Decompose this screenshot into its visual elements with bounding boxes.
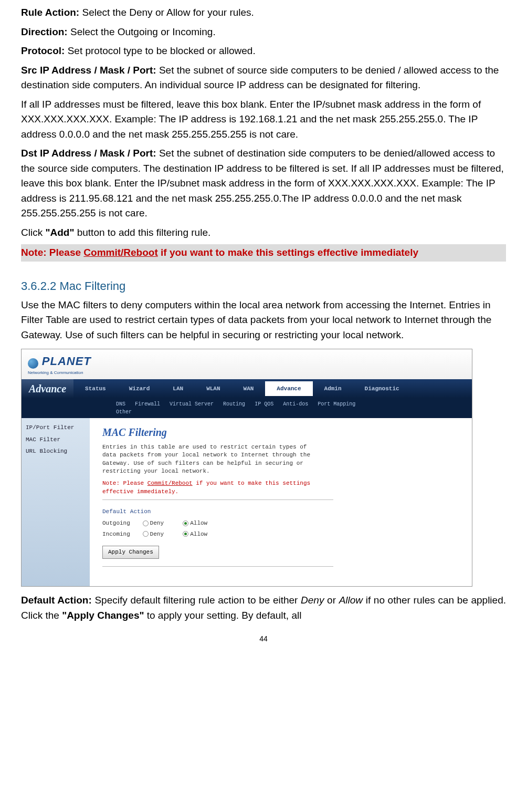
row-incoming: Incoming Deny Allow [102,530,459,539]
default-action-label: Default Action [102,507,459,516]
apply-changes-button[interactable]: Apply Changes [102,546,159,559]
subnav-port-mapping[interactable]: Port Mapping [318,401,355,407]
subnav-anti-dos[interactable]: Anti-dos [283,401,308,407]
nav-wlan[interactable]: WLAN [195,381,231,397]
add-post: button to add this filtering rule. [74,227,210,238]
subnav-ip-qos[interactable]: IP QOS [255,401,273,407]
para-protocol: Protocol: Set protocol type to be blocke… [21,44,506,59]
nav-title: Advance [22,379,73,399]
para-add: Click "Add" button to add this filtering… [21,225,506,241]
radio-out-allow[interactable] [183,520,188,526]
page-number: 44 [21,633,506,644]
lbl-in-allow: Allow [190,531,207,537]
mac-note-pre: Note: Please [102,480,147,486]
subnav-virtual-server[interactable]: Virtual Server [170,401,214,407]
para-mac-intro: Use the MAC filters to deny computers wi… [21,298,506,343]
globe-icon [28,358,38,369]
screenshot-mac-filtering: PLANET Networking & Communication Advanc… [21,349,472,587]
mac-desc: Entries in this table are used to restri… [102,443,323,476]
label-src-ip: Src IP Address / Mask / Port: [21,65,156,76]
label-direction: Direction: [21,26,68,37]
subnav-other[interactable]: Other [116,409,132,415]
da-i2: Allow [339,595,363,606]
subnav-dns[interactable]: DNS [116,401,125,407]
divider2 [102,566,333,567]
radio-in-allow[interactable] [183,531,188,537]
text-protocol: Set protocol type to be blocked or allow… [65,45,255,56]
side-panel: IP/Port Filter MAC Filter URL Blocking [22,418,90,586]
note-u: Commit/Reboot [83,247,157,258]
subnav: DNS Firewall Virtual Server Routing IP Q… [22,398,472,418]
note-post: if you want to make this settings effect… [158,247,418,258]
para-dst-ip: Dst IP Address / Mask / Port: Set the su… [21,146,506,221]
nav-wan[interactable]: WAN [232,381,266,397]
da-i1: Deny [301,595,324,606]
side-ipport[interactable]: IP/Port Filter [26,423,86,432]
text-rule-action: Select the Deny or Allow for your rules. [79,7,254,18]
para-src-ip: Src IP Address / Mask / Port: Set the su… [21,63,506,93]
nav-lan[interactable]: LAN [161,381,195,397]
mac-title: MAC Filtering [102,424,459,440]
divider [102,499,333,500]
add-bold: "Add" [45,227,74,238]
nav-status[interactable]: Status [73,381,118,397]
radio-out-deny[interactable] [143,520,149,526]
para-ip-filter-note: If all IP addresses must be filtered, le… [21,97,506,142]
add-pre: Click [21,227,45,238]
content-row: IP/Port Filter MAC Filter URL Blocking M… [22,418,472,586]
lbl-out-deny: Deny [150,520,164,526]
nav-admin[interactable]: Admin [313,381,353,397]
da-t1: Specify default filtering rule action to… [92,595,301,606]
label-protocol: Protocol: [21,45,65,56]
side-url[interactable]: URL Blocking [26,447,86,456]
subnav-firewall[interactable]: Firewall [135,401,160,407]
note-box: Note: Please Commit/Reboot if you want t… [21,244,506,262]
lbl-out-allow: Allow [190,520,207,526]
label-default-action: Default Action: [21,595,92,606]
da-t4: to apply your setting. By default, all [144,610,301,621]
da-t2: or [324,595,339,606]
side-mac[interactable]: MAC Filter [26,435,86,444]
main-panel: MAC Filtering Entries in this table are … [90,418,472,586]
text-direction: Select the Outgoing or Incoming. [68,26,216,37]
section-heading: 3.6.2.2 Mac Filtering [21,277,506,295]
label-rule-action: Rule Action: [21,7,79,18]
subnav-routing[interactable]: Routing [223,401,245,407]
note-pre: Note: Please [21,247,83,258]
logo-text: PLANET [42,355,91,368]
logo-subtitle: Networking & Communication [28,370,466,376]
para-default-action: Default Action: Specify default filterin… [21,593,506,623]
nav-wizard[interactable]: Wizard [118,381,162,397]
row-outgoing: Outgoing Deny Allow [102,519,459,528]
label-dst-ip: Dst IP Address / Mask / Port: [21,148,156,159]
lbl-incoming: Incoming [102,530,139,539]
lbl-outgoing: Outgoing [102,519,139,528]
mac-note-u: Commit/Reboot [147,480,193,486]
para-direction: Direction: Select the Outgoing or Incomi… [21,25,506,40]
lbl-in-deny: Deny [150,531,164,537]
para-rule-action: Rule Action: Select the Deny or Allow fo… [21,5,506,20]
nav-advance[interactable]: Advance [265,381,312,397]
logo-row: PLANET Networking & Communication [22,349,472,379]
radio-in-deny[interactable] [143,531,149,537]
nav-row: Advance Status Wizard LAN WLAN WAN Advan… [22,379,472,398]
mac-note: Note: Please Commit/Reboot if you want t… [102,479,333,496]
nav-diagnostic[interactable]: Diagnostic [353,381,411,397]
da-b1: "Apply Changes" [62,610,144,621]
